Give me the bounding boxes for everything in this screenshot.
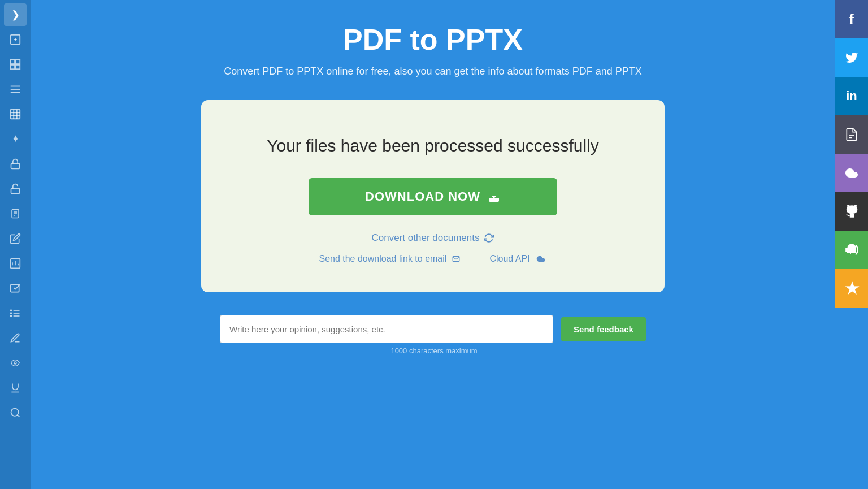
sidebar-icon-list[interactable] bbox=[4, 78, 27, 101]
sidebar-icon-lock-open[interactable] bbox=[4, 178, 27, 200]
sidebar-icon-grid[interactable] bbox=[4, 53, 27, 76]
main-content: PDF to PPTX Convert PDF to PPTX online f… bbox=[31, 0, 835, 355]
svg-rect-4 bbox=[16, 60, 20, 64]
email-link-label: Send the download link to email bbox=[319, 254, 446, 264]
svg-line-35 bbox=[18, 415, 20, 417]
download-icon bbox=[487, 190, 501, 204]
sidebar-icon-sparkle[interactable]: ✦ bbox=[4, 128, 27, 150]
cloud-tool-button[interactable] bbox=[835, 154, 868, 192]
bottom-links: Send the download link to email Cloud AP… bbox=[319, 254, 546, 264]
download-button[interactable]: DOWNLOAD NOW bbox=[309, 178, 557, 215]
sidebar-icon-check-edit[interactable] bbox=[4, 277, 27, 300]
sidebar-icon-write[interactable] bbox=[4, 327, 27, 349]
refresh-icon bbox=[484, 233, 494, 243]
page-title: PDF to PPTX bbox=[343, 23, 523, 57]
twitter-button[interactable] bbox=[835, 38, 868, 77]
sidebar-icon-underline[interactable] bbox=[4, 377, 27, 399]
feedback-hint: 1000 characters maximum bbox=[390, 347, 477, 355]
convert-other-label: Convert other documents bbox=[372, 232, 480, 244]
svg-rect-3 bbox=[11, 60, 15, 64]
sidebar-icon-chart[interactable] bbox=[4, 252, 27, 275]
email-link[interactable]: Send the download link to email bbox=[319, 254, 461, 264]
svg-point-34 bbox=[11, 409, 19, 416]
sidebar-icon-eye[interactable] bbox=[4, 352, 27, 374]
cloud-api-link[interactable]: Cloud API bbox=[489, 254, 546, 264]
success-message: Your files have been processed successfu… bbox=[267, 134, 599, 158]
star-button[interactable]: ★ bbox=[835, 269, 868, 308]
feedback-input[interactable] bbox=[220, 315, 553, 343]
feedback-section: Send feedback bbox=[220, 315, 646, 343]
svg-rect-10 bbox=[11, 110, 20, 119]
linkedin-button[interactable]: in bbox=[835, 77, 868, 115]
convert-other-link[interactable]: Convert other documents bbox=[372, 232, 494, 244]
svg-point-29 bbox=[11, 310, 12, 311]
sidebar-icon-lock-closed[interactable] bbox=[4, 153, 27, 175]
pdf-tool-button[interactable] bbox=[835, 115, 868, 154]
result-card: Your files have been processed successfu… bbox=[201, 100, 665, 292]
sidebar-icon-export[interactable] bbox=[4, 28, 27, 51]
sidebar-icon-arrow[interactable]: ❯ bbox=[4, 3, 27, 26]
sidebar-icon-table[interactable] bbox=[4, 103, 27, 126]
svg-rect-15 bbox=[11, 163, 20, 168]
facebook-button[interactable]: f bbox=[835, 0, 868, 38]
sidebar-icon-list-edit[interactable] bbox=[4, 302, 27, 324]
card-links: Convert other documents Send the downloa… bbox=[319, 232, 546, 264]
github-button[interactable] bbox=[835, 192, 868, 231]
svg-rect-5 bbox=[11, 65, 15, 69]
sidebar-icon-search[interactable] bbox=[4, 401, 27, 424]
download-button-label: DOWNLOAD NOW bbox=[365, 189, 480, 204]
email-icon bbox=[451, 255, 461, 263]
cloud-icon bbox=[535, 254, 547, 263]
svg-rect-6 bbox=[16, 65, 20, 69]
svg-rect-16 bbox=[11, 188, 20, 193]
page-subtitle: Convert PDF to PPTX online for free, als… bbox=[224, 66, 641, 77]
cloud-api-label: Cloud API bbox=[489, 254, 530, 264]
left-sidebar: ❯ ✦ bbox=[0, 0, 31, 489]
right-sidebar: f in ★ bbox=[835, 0, 868, 489]
svg-point-30 bbox=[11, 313, 12, 314]
svg-point-31 bbox=[11, 315, 12, 317]
sidebar-icon-edit[interactable] bbox=[4, 227, 27, 250]
sidebar-icon-document[interactable] bbox=[4, 202, 27, 225]
svg-point-32 bbox=[14, 362, 16, 364]
announce-button[interactable] bbox=[835, 231, 868, 269]
send-feedback-button[interactable]: Send feedback bbox=[561, 317, 646, 341]
